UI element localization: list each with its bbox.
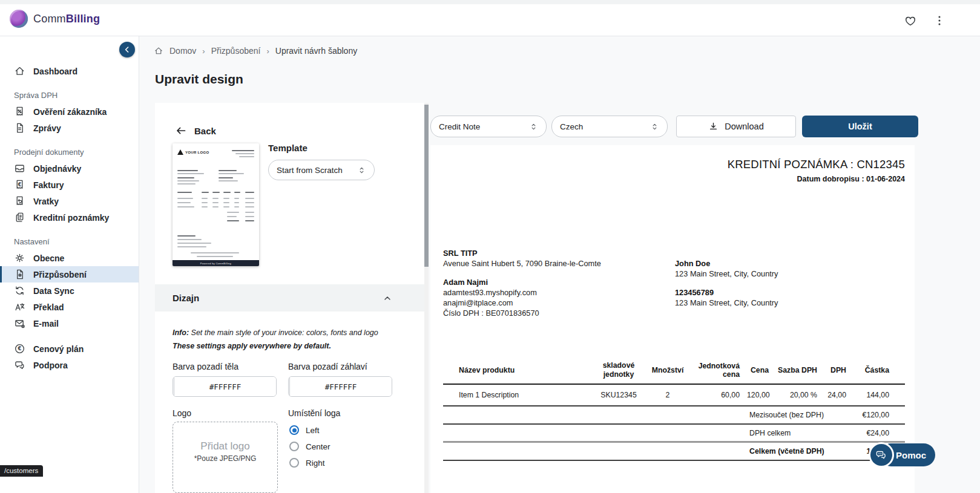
- sidebar-item-dashboard[interactable]: Dashboard: [0, 63, 139, 79]
- download-button[interactable]: Download: [676, 116, 796, 137]
- line-items-table: Název produktu skladové jednotky Množstv…: [443, 356, 905, 461]
- sidebar-item-reports[interactable]: Zprávy: [0, 120, 139, 136]
- template-label: Template: [268, 143, 307, 153]
- arrow-left-icon: [175, 125, 187, 137]
- chevron-left-icon: [122, 45, 132, 54]
- buyer-address-block: John Doe 123 Main Street, City, Country …: [675, 258, 778, 308]
- sidebar-item-invoices[interactable]: Faktury: [0, 177, 139, 193]
- document-icon: [14, 122, 25, 134]
- logo-upload-text: Přidat logo: [173, 440, 277, 452]
- subtotal-row: Mezisoučet (bez DPH) €120,00: [443, 406, 905, 425]
- download-icon: [708, 122, 719, 132]
- chevron-up-icon: [383, 293, 392, 303]
- breadcrumb: Domov › Přizpůsobení › Upravit návrh šab…: [154, 46, 357, 56]
- more-options-kebab-icon[interactable]: [933, 14, 946, 27]
- logo-upload-hint: *Pouze JPEG/PNG: [173, 454, 277, 463]
- help-button[interactable]: Pomoc: [869, 442, 935, 468]
- help-chat-icon: [869, 442, 894, 468]
- breadcrumb-current: Upravit návrh šablony: [275, 46, 357, 56]
- sidebar-section-settings: Nastavení: [0, 233, 139, 250]
- receipt-return-icon: [14, 195, 25, 207]
- credit-note-preview: KREDITNÍ POZNÁMKA : CN12345 Datum dobrop…: [430, 145, 915, 493]
- receipt-euro-icon: [14, 179, 25, 191]
- logo-upload-dropzone[interactable]: Přidat logo *Pouze JPEG/PNG: [173, 422, 278, 493]
- body-bg-label: Barva pozadí těla: [173, 362, 238, 371]
- design-info-text: Info: Set the main style of your invoice…: [173, 326, 409, 353]
- grand-total-row: Celkem (včetně DPH) 144,00: [443, 443, 905, 461]
- header-bg-label: Barva pozadí záhlaví: [288, 362, 367, 371]
- sidebar-item-customer-verification[interactable]: Ověření zákazníka: [0, 103, 139, 120]
- radio-selected-icon: [289, 425, 299, 435]
- breadcrumb-home[interactable]: Domov: [169, 46, 196, 56]
- thumbnail-footer: Powered by CommBilling: [173, 260, 259, 266]
- home-icon: [14, 65, 25, 77]
- header-bg-color-field: [288, 376, 392, 397]
- logo-position-right-radio[interactable]: Right: [289, 458, 325, 468]
- table-row: Item 1 Description SKU12345 2 60,00 120,…: [443, 385, 905, 406]
- breadcrumb-separator: ›: [266, 47, 269, 56]
- brand-name: CommBilling: [33, 13, 100, 25]
- panel-scrollbar-thumb[interactable]: [424, 105, 429, 267]
- document-date: Datum dobropisu : 01-06-2024: [797, 175, 905, 183]
- mail-gear-icon: [14, 318, 25, 329]
- sidebar-item-customization[interactable]: Přizpůsobení: [0, 266, 139, 282]
- sidebar-item-returns[interactable]: Vratky: [0, 193, 139, 209]
- logo-label: Logo: [173, 408, 191, 418]
- copies-icon: [14, 212, 25, 223]
- receipt-percent-icon: [14, 106, 25, 117]
- sort-arrows-icon: [650, 122, 659, 131]
- brand: CommBilling: [10, 10, 100, 28]
- sidebar-item-data-sync[interactable]: Data Sync: [0, 282, 139, 299]
- thumbnail-logo-text: YOUR LOGO: [185, 151, 209, 154]
- chat-icon: [14, 359, 25, 371]
- body-bg-color-field: [173, 376, 277, 397]
- sidebar-section-sales: Prodejní dokumenty: [0, 144, 139, 160]
- seller-address-block: SRL TITP Avenue Saint Hubert 5, 7090 Bra…: [443, 248, 601, 318]
- panel-scrollbar-track[interactable]: [424, 103, 429, 493]
- thumbnail-logo-triangle: [177, 149, 183, 155]
- sidebar-collapse-button[interactable]: [119, 42, 135, 57]
- sidebar-item-orders[interactable]: Objednávky: [0, 160, 139, 177]
- language-select[interactable]: Czech: [551, 116, 668, 137]
- brand-logo-icon: [10, 10, 28, 28]
- sidebar-item-pricing-plan[interactable]: Cenový plán: [0, 341, 139, 357]
- breadcrumb-home-icon: [154, 46, 163, 56]
- sort-arrows-icon: [529, 122, 538, 131]
- sidebar-item-credit-notes[interactable]: Kreditní poznámky: [0, 209, 139, 226]
- sidebar-item-general[interactable]: Obecne: [0, 250, 139, 266]
- back-button[interactable]: Back: [175, 125, 216, 137]
- inbox-icon: [14, 163, 25, 174]
- save-button[interactable]: Uložit: [802, 116, 918, 137]
- table-header-row: Název produktu skladové jednotky Množstv…: [443, 356, 905, 385]
- document-title: KREDITNÍ POZNÁMKA : CN12345: [728, 158, 905, 171]
- document-type-select[interactable]: Credit Note: [430, 116, 547, 137]
- page-title: Upravit design: [155, 72, 243, 87]
- sidebar-item-translation[interactable]: Překlad: [0, 299, 139, 315]
- template-thumbnail: YOUR LOGO Powered by CommBilling: [173, 143, 259, 266]
- logo-position-label: Umístění loga: [288, 408, 340, 418]
- template-select[interactable]: Start from Scratch: [268, 160, 375, 180]
- breadcrumb-separator: ›: [202, 47, 205, 56]
- sidebar-item-support[interactable]: Podpora: [0, 357, 139, 373]
- sort-arrows-icon: [357, 166, 366, 175]
- translate-icon: [14, 301, 25, 313]
- radio-icon: [289, 458, 299, 468]
- sidebar-item-email[interactable]: E-mail: [0, 315, 139, 331]
- design-section-header[interactable]: Dizajn: [155, 284, 429, 312]
- document-gear-icon: [14, 269, 25, 280]
- sidebar: Dashboard Správa DPH Ověření zákazníka Z…: [0, 36, 139, 493]
- favorites-heart-icon[interactable]: [904, 15, 917, 28]
- sidebar-section-vat: Správa DPH: [0, 87, 139, 103]
- logo-position-center-radio[interactable]: Center: [289, 442, 331, 451]
- gear-icon: [14, 252, 25, 264]
- status-link-preview: /customers: [0, 465, 43, 477]
- vat-total-row: DPH celkem €24,00: [443, 425, 905, 443]
- header-bg-color-input[interactable]: [290, 377, 392, 396]
- body-bg-color-input[interactable]: [174, 377, 276, 396]
- sync-icon: [14, 285, 25, 296]
- breadcrumb-customization[interactable]: Přizpůsobení: [211, 46, 261, 56]
- app-header: CommBilling: [0, 4, 980, 36]
- logo-position-left-radio[interactable]: Left: [289, 425, 320, 435]
- radio-icon: [289, 442, 299, 451]
- euro-circle-icon: [14, 343, 25, 354]
